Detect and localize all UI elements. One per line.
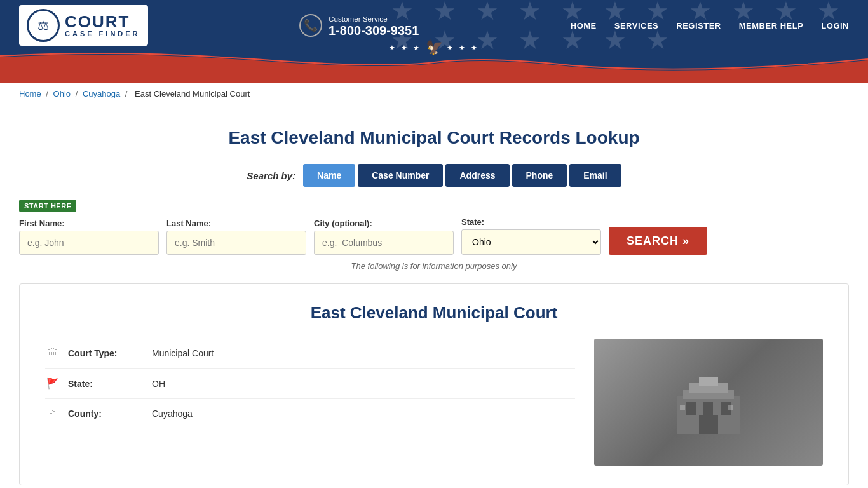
svg-rect-7 — [699, 415, 718, 434]
logo-text: COURT CASE FINDER — [65, 13, 140, 37]
nav-services[interactable]: SERVICES — [614, 21, 659, 30]
city-label: City (optional): — [314, 219, 454, 228]
phone-text-area: Customer Service 1-800-309-9351 — [329, 13, 419, 38]
nav-login[interactable]: LOGIN — [821, 21, 849, 30]
header-phone-area: 📞 Customer Service 1-800-309-9351 — [299, 13, 419, 38]
logo-court-text: COURT — [65, 13, 140, 30]
eagle-stars-right: ★ ★ ★ — [447, 44, 479, 52]
building-svg — [670, 364, 747, 440]
logo-casefinder-text: CASE FINDER — [65, 30, 140, 37]
state-label-info: State: — [68, 379, 144, 389]
nav-home[interactable]: HOME — [571, 21, 597, 30]
eagle-stars-left: ★ ★ ★ — [389, 44, 421, 52]
svg-rect-9 — [728, 405, 733, 410]
logo-emblem: ⚖ — [27, 9, 60, 42]
court-image-placeholder — [594, 339, 823, 466]
wave-section: ★ ★ ★ 🦅 ★ ★ ★ — [0, 51, 868, 83]
county-label: County: — [68, 409, 144, 419]
last-name-input[interactable] — [166, 231, 306, 255]
last-name-group: Last Name: — [166, 219, 306, 255]
state-select[interactable]: Ohio Alabama Alaska Arizona Arkansas Cal… — [461, 229, 601, 255]
main-content: East Cleveland Municipal Court Records L… — [0, 105, 868, 488]
svg-rect-5 — [703, 402, 713, 415]
search-tabs: Name Case Number Address Phone Email — [303, 164, 621, 187]
page-title: East Cleveland Municipal Court Records L… — [19, 128, 849, 148]
form-area: START HERE First Name: Last Name: City (… — [19, 200, 849, 255]
breadcrumb-sep-1: / — [46, 89, 50, 98]
emblem-icon: ⚖ — [37, 18, 49, 33]
tab-phone[interactable]: Phone — [512, 164, 567, 187]
state-row: 🚩 State: OH — [45, 369, 575, 399]
city-group: City (optional): — [314, 219, 454, 255]
search-by-row: Search by: Name Case Number Address Phon… — [19, 164, 849, 187]
nav-register[interactable]: REGISTER — [676, 21, 721, 30]
county-value: Cuyahoga — [152, 409, 193, 419]
customer-service-label: Customer Service — [329, 15, 388, 23]
eagle-icon: 🦅 — [426, 39, 443, 56]
court-type-row: 🏛 Court Type: Municipal Court — [45, 339, 575, 369]
breadcrumb: Home / Ohio / Cuyahoga / East Cleveland … — [0, 83, 868, 105]
breadcrumb-sep-2: / — [76, 89, 80, 98]
breadcrumb-current: East Cleveland Municipal Court — [135, 89, 250, 98]
tab-case-number[interactable]: Case Number — [358, 164, 443, 187]
breadcrumb-sep-3: / — [125, 89, 130, 98]
tab-name[interactable]: Name — [303, 164, 355, 187]
first-name-label: First Name: — [19, 219, 159, 228]
search-button[interactable]: SEARCH » — [609, 227, 707, 255]
state-value: OH — [152, 379, 165, 389]
eagle-area: ★ ★ ★ 🦅 ★ ★ ★ — [389, 39, 478, 56]
svg-rect-8 — [680, 405, 685, 410]
court-type-value: Municipal Court — [152, 348, 214, 358]
search-button-label: SEARCH » — [627, 234, 689, 248]
tab-address[interactable]: Address — [445, 164, 509, 187]
last-name-label: Last Name: — [166, 219, 306, 228]
info-note: The following is for information purpose… — [19, 261, 849, 271]
svg-rect-3 — [699, 377, 718, 386]
county-row: 🏳 County: Cuyahoga — [45, 399, 575, 428]
breadcrumb-ohio[interactable]: Ohio — [53, 89, 71, 98]
court-info-box: East Cleveland Municipal Court 🏛 Court T… — [19, 283, 849, 485]
first-name-input[interactable] — [19, 231, 159, 255]
main-nav: HOMESERVICESREGISTERMEMBER HELPLOGIN — [571, 21, 849, 30]
breadcrumb-cuyahoga[interactable]: Cuyahoga — [83, 89, 120, 98]
state-label: State: — [461, 217, 601, 227]
nav-member-help[interactable]: MEMBER HELP — [739, 21, 804, 30]
map-icon: 🏳 — [45, 408, 60, 419]
court-info-details: 🏛 Court Type: Municipal Court 🚩 State: O… — [45, 339, 575, 466]
city-input[interactable] — [314, 231, 454, 255]
state-group: State: Ohio Alabama Alaska Arizona Arkan… — [461, 217, 601, 255]
search-form-row: First Name: Last Name: City (optional): … — [19, 217, 849, 255]
logo-box: ⚖ COURT CASE FINDER — [19, 5, 148, 46]
search-by-label: Search by: — [247, 170, 295, 181]
svg-rect-4 — [686, 402, 696, 415]
first-name-group: First Name: — [19, 219, 159, 255]
phone-number: 1-800-309-9351 — [329, 24, 419, 38]
start-here-badge: START HERE — [19, 200, 76, 212]
court-image — [594, 339, 823, 466]
court-info-title: East Cleveland Municipal Court — [45, 303, 823, 323]
breadcrumb-home[interactable]: Home — [19, 89, 41, 98]
tab-email[interactable]: Email — [569, 164, 621, 187]
court-type-label: Court Type: — [68, 348, 144, 358]
court-info-content: 🏛 Court Type: Municipal Court 🚩 State: O… — [45, 339, 823, 466]
flag-icon: 🚩 — [45, 377, 60, 390]
building-icon: 🏛 — [45, 348, 60, 359]
logo-area: ⚖ COURT CASE FINDER — [19, 5, 148, 46]
phone-icon: 📞 — [299, 14, 322, 37]
